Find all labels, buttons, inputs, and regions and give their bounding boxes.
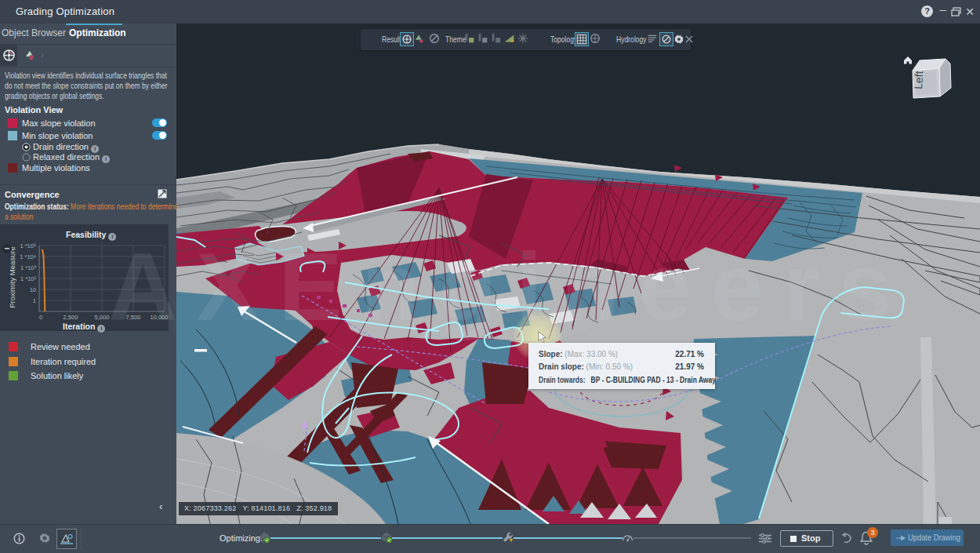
svg-text:10: 10 — [30, 286, 36, 293]
svg-text:1 *10⁴: 1 *10⁴ — [20, 253, 36, 260]
svg-text:Left: Left — [912, 71, 925, 89]
svg-text:0: 0 — [39, 314, 42, 321]
svg-text:1 *10³: 1 *10³ — [20, 264, 37, 271]
svg-text:1 *10²: 1 *10² — [20, 275, 37, 282]
svg-text:1 *10⁵: 1 *10⁵ — [20, 242, 36, 249]
svg-text:5,000: 5,000 — [95, 314, 110, 321]
svg-text:2,500: 2,500 — [64, 314, 78, 321]
svg-text:1: 1 — [33, 297, 36, 304]
